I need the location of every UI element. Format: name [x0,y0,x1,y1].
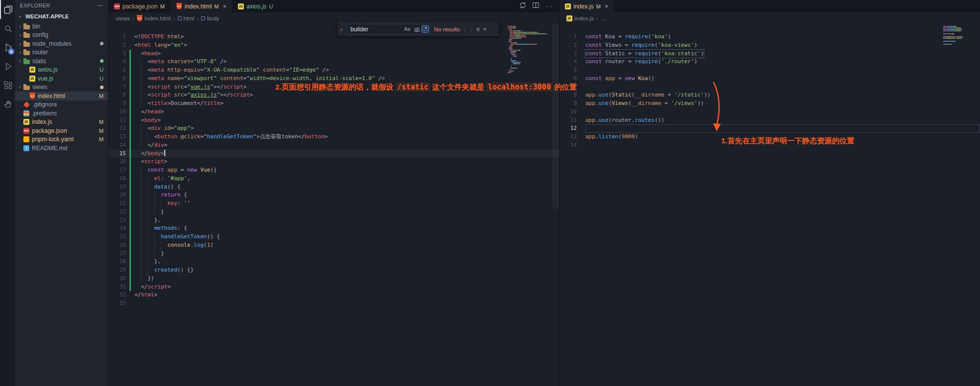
code-line[interactable]: 16 <script> [109,158,559,166]
breadcrumb-item-index-js[interactable]: JSindex.js [566,15,594,21]
code-line[interactable]: 15 </body> [109,150,559,158]
line-number[interactable]: 15 [109,150,129,158]
line-number[interactable]: 4 [109,58,129,66]
line-number[interactable]: 2 [109,41,129,50]
line-number[interactable]: 3 [559,50,580,58]
tree-item--gitignore[interactable]: .gitignore [15,100,108,109]
line-number[interactable]: 23 [109,216,129,225]
extensions-icon[interactable] [0,76,15,95]
line-number[interactable]: 7 [109,83,129,92]
line-number[interactable]: 9 [109,99,129,108]
line-number[interactable]: 12 [109,124,129,133]
tree-item-index-html[interactable]: <>index.htmlM [15,92,108,100]
tree-item-index-js[interactable]: JSindex.jsM [15,118,108,127]
code-line[interactable]: 12 [559,124,980,133]
line-number[interactable]: 14 [559,141,580,150]
line-number[interactable]: 6 [109,75,129,83]
line-number[interactable]: 12 [559,124,580,133]
code-line[interactable]: 9app.use(Views(__dirname + '/views')) [559,99,980,108]
code-line[interactable]: 8app.use(Static(__dirname + '/static')) [559,91,980,99]
scrollbar-left[interactable] [552,24,559,209]
line-number[interactable]: 5 [109,66,129,75]
code-line[interactable]: 2<html lang="en"> [109,41,559,50]
line-number[interactable]: 20 [109,191,129,199]
tab-close-icon[interactable]: × [223,2,227,10]
code-line[interactable]: 26 console.log(1) [109,241,559,250]
line-number[interactable]: 8 [559,91,580,99]
breadcrumb-item--[interactable]: … [601,15,607,21]
breadcrumb-item-index-html[interactable]: <>index.html [136,15,170,21]
code-line[interactable]: 17 const app = new Vue({ [109,166,559,175]
tree-item-router[interactable]: ›router [15,48,108,57]
more-actions-icon[interactable]: ··· [545,2,553,10]
code-line[interactable]: 28 }, [109,258,559,266]
code-line[interactable]: 20 return { [109,191,559,199]
line-number[interactable]: 11 [559,116,580,125]
code-line[interactable]: 12 <div id="app"> [109,124,559,133]
line-number[interactable]: 25 [109,233,129,241]
sync-icon[interactable] [519,1,527,11]
code-line[interactable]: 11 <body> [109,116,559,125]
code-line[interactable]: 4const router = require('./router') [559,58,980,66]
minimap-right[interactable] [943,26,973,46]
breadcrumb-item-views[interactable]: views [115,15,130,21]
code-line[interactable]: 32</html> [109,291,559,299]
code-line[interactable]: 18 el: '#app', [109,175,559,183]
code-line[interactable]: 5 <meta http-equiv="X-UA-Compatible" con… [109,66,559,75]
line-number[interactable]: 21 [109,199,129,208]
split-icon[interactable] [532,1,540,11]
find-query[interactable]: builder [350,26,402,33]
source-control-icon[interactable]: 6 [0,38,15,57]
line-number[interactable]: 8 [109,91,129,99]
code-line[interactable]: 25 handleGetToken() { [109,233,559,241]
line-number[interactable]: 31 [109,283,129,291]
tree-item-package-json[interactable]: npmpackage.jsonM [15,126,108,135]
explorer-icon[interactable] [0,0,15,19]
line-number[interactable]: 22 [109,208,129,216]
line-number[interactable]: 17 [109,166,129,175]
code-line[interactable]: 13 <button @click="handleGetToken">点击获取t… [109,133,559,141]
line-number[interactable]: 29 [109,266,129,275]
code-line[interactable]: 30 }) [109,275,559,283]
code-line[interactable]: 10 [559,108,980,116]
tree-item-pnpm-lock-yaml[interactable]: pnpm-lock.yamlM [15,135,108,144]
line-number[interactable]: 1 [109,33,129,41]
code-line[interactable]: 7 [559,83,980,92]
project-root-row[interactable]: › WECHAT-APPLE [15,11,108,22]
find-prev-icon[interactable]: ↑ [463,26,466,33]
whole-word-icon[interactable]: ab [413,26,421,32]
tree-item-views[interactable]: ›views [15,83,108,92]
line-number[interactable]: 4 [559,58,580,66]
line-number[interactable]: 13 [109,133,129,141]
code-line[interactable]: 1const Koa = require('koa') [559,33,980,41]
line-number[interactable]: 11 [109,116,129,125]
more-actions-icon[interactable]: ··· [97,2,103,8]
tab-axios-js[interactable]: JSaxios.jsU [232,0,279,12]
find-collapse-icon[interactable]: › [339,26,343,33]
breadcrumb-item-html[interactable]: html [178,15,195,21]
line-number[interactable]: 24 [109,224,129,233]
code-line[interactable]: 4 <meta charset="UTF-8" /> [109,58,559,66]
line-number[interactable]: 18 [109,175,129,183]
code-line[interactable]: 6const app = new Koa() [559,75,980,83]
line-number[interactable]: 1 [559,33,580,41]
code-line[interactable]: 14 </div> [109,141,559,150]
hand-icon[interactable] [0,95,15,113]
code-line[interactable]: 8 <script src="axios.js"></script> [109,91,559,99]
code-line[interactable]: 9 <title>Document</title> [109,99,559,108]
line-number[interactable]: 9 [559,99,580,108]
tree-item-axios-js[interactable]: JSaxios.jsU [15,66,108,75]
code-line[interactable]: 22 } [109,208,559,216]
line-number[interactable]: 3 [109,50,129,58]
tab-close-icon[interactable]: × [605,2,609,10]
code-line[interactable]: 23 }, [109,216,559,225]
code-line[interactable]: 19 data() { [109,183,559,192]
line-number[interactable]: 2 [559,41,580,50]
line-number[interactable]: 26 [109,241,129,250]
line-number[interactable]: 5 [559,66,580,75]
line-number[interactable]: 19 [109,183,129,192]
line-number[interactable]: 10 [109,108,129,116]
tab-index-js[interactable]: JSindex.jsM× [559,0,614,12]
match-case-icon[interactable]: Aa [403,26,412,32]
code-line[interactable]: 29 created() {} [109,266,559,275]
